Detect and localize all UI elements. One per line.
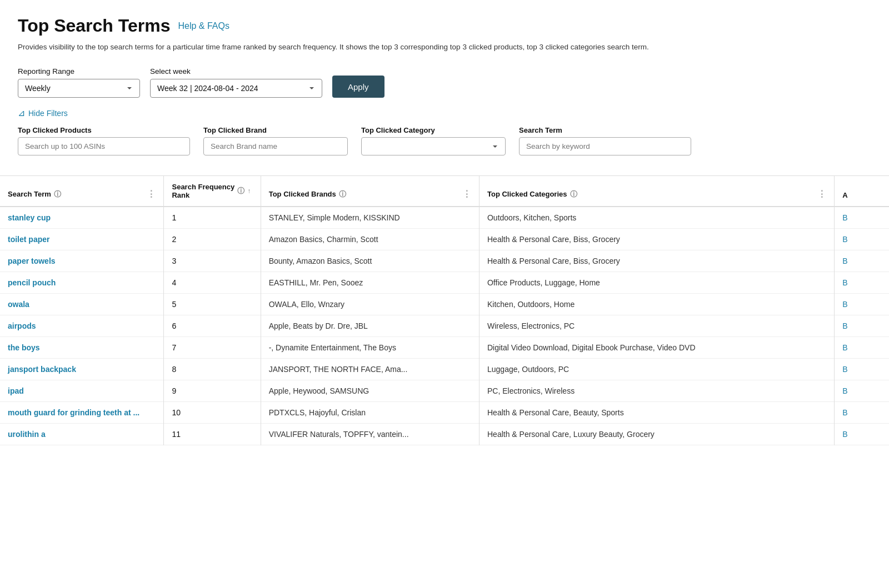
col-label-search-term: Search Term xyxy=(8,190,51,198)
filter-icon: ⊿ xyxy=(18,108,25,118)
table-row: jansport backpack 8 JANSPORT, THE NORTH … xyxy=(0,359,889,380)
select-week-group: Select week Week 32 | 2024-08-04 - 2024 xyxy=(150,67,322,98)
cell-brands: STANLEY, Simple Modern, KISSKIND xyxy=(261,207,479,229)
cell-categories: Kitchen, Outdoors, Home xyxy=(479,294,834,315)
table-row: ipad 9 Apple, Heywood, SAMSUNG PC, Elect… xyxy=(0,380,889,402)
cell-categories: Health & Personal Care, Luxury Beauty, G… xyxy=(479,424,834,445)
cell-brands: EASTHILL, Mr. Pen, Sooez xyxy=(261,272,479,294)
top-clicked-products-input[interactable] xyxy=(18,137,190,155)
cell-a: B xyxy=(835,424,889,445)
cell-search-term[interactable]: urolithin a xyxy=(0,424,164,445)
cell-brands: OWALA, Ello, Wnzary xyxy=(261,294,479,315)
cell-search-term[interactable]: pencil pouch xyxy=(0,272,164,294)
cell-rank: 9 xyxy=(164,380,261,402)
cell-search-term[interactable]: paper towels xyxy=(0,250,164,272)
table-header-row: Search Term ⓘ ⋮ Search FrequencyRank ⓘ ↑… xyxy=(0,176,889,207)
top-clicked-category-select[interactable] xyxy=(361,137,506,155)
cell-search-term[interactable]: airpods xyxy=(0,315,164,337)
top-clicked-category-group: Top Clicked Category xyxy=(361,126,506,155)
cell-categories: Digital Video Download, Digital Ebook Pu… xyxy=(479,337,834,359)
select-week-label: Select week xyxy=(150,67,322,76)
col-label-rank: Search FrequencyRank xyxy=(172,183,234,199)
cell-a: B xyxy=(835,315,889,337)
cell-categories: Health & Personal Care, Beauty, Sports xyxy=(479,402,834,424)
main-table: Search Term ⓘ ⋮ Search FrequencyRank ⓘ ↑… xyxy=(0,176,889,445)
cell-search-term[interactable]: owala xyxy=(0,294,164,315)
table-container: Search Term ⓘ ⋮ Search FrequencyRank ⓘ ↑… xyxy=(0,175,889,445)
cell-categories: Health & Personal Care, Biss, Grocery xyxy=(479,229,834,250)
cell-rank: 11 xyxy=(164,424,261,445)
search-term-group: Search Term xyxy=(519,126,691,155)
col-label-a: A xyxy=(842,191,847,199)
reporting-range-select[interactable]: Weekly Monthly xyxy=(18,79,140,98)
hide-filters-row[interactable]: ⊿ Hide Filters xyxy=(18,108,871,118)
cell-categories: Wireless, Electronics, PC xyxy=(479,315,834,337)
search-term-input[interactable] xyxy=(519,137,691,155)
page-title: Top Search Terms xyxy=(18,16,170,36)
cell-a: B xyxy=(835,294,889,315)
cell-search-term[interactable]: jansport backpack xyxy=(0,359,164,380)
cell-categories: Health & Personal Care, Biss, Grocery xyxy=(479,250,834,272)
top-clicked-brand-input[interactable] xyxy=(203,137,348,155)
col-header-categories: Top Clicked Categories ⓘ ⋮ xyxy=(479,176,834,207)
table-row: toilet paper 2 Amazon Basics, Charmin, S… xyxy=(0,229,889,250)
col-label-brands: Top Clicked Brands xyxy=(269,190,336,198)
categories-info-icon[interactable]: ⓘ xyxy=(570,189,577,199)
cell-categories: Luggage, Outdoors, PC xyxy=(479,359,834,380)
top-clicked-products-label: Top Clicked Products xyxy=(18,126,190,134)
table-row: paper towels 3 Bounty, Amazon Basics, Sc… xyxy=(0,250,889,272)
cell-a: B xyxy=(835,250,889,272)
cell-brands: Apple, Beats by Dr. Dre, JBL xyxy=(261,315,479,337)
table-row: pencil pouch 4 EASTHILL, Mr. Pen, Sooez … xyxy=(0,272,889,294)
reporting-range-group: Reporting Range Weekly Monthly xyxy=(18,67,140,98)
cell-a: B xyxy=(835,380,889,402)
categories-menu-icon[interactable]: ⋮ xyxy=(817,189,826,199)
table-row: mouth guard for grinding teeth at ... 10… xyxy=(0,402,889,424)
cell-a: B xyxy=(835,229,889,250)
table-row: urolithin a 11 VIVALIFER Naturals, TOPFF… xyxy=(0,424,889,445)
brands-info-icon[interactable]: ⓘ xyxy=(339,189,346,199)
top-clicked-brand-label: Top Clicked Brand xyxy=(203,126,348,134)
cell-categories: PC, Electronics, Wireless xyxy=(479,380,834,402)
search-term-label: Search Term xyxy=(519,126,691,134)
table-row: airpods 6 Apple, Beats by Dr. Dre, JBL W… xyxy=(0,315,889,337)
cell-search-term[interactable]: toilet paper xyxy=(0,229,164,250)
cell-search-term[interactable]: stanley cup xyxy=(0,207,164,229)
page-subtitle: Provides visibility to the top search te… xyxy=(18,42,762,53)
cell-rank: 2 xyxy=(164,229,261,250)
brands-menu-icon[interactable]: ⋮ xyxy=(462,189,471,199)
help-faqs-link[interactable]: Help & FAQs xyxy=(178,21,229,31)
cell-brands: Apple, Heywood, SAMSUNG xyxy=(261,380,479,402)
cell-rank: 4 xyxy=(164,272,261,294)
top-clicked-brand-group: Top Clicked Brand xyxy=(203,126,348,155)
cell-brands: VIVALIFER Naturals, TOPFFY, vantein... xyxy=(261,424,479,445)
apply-button[interactable]: Apply xyxy=(332,76,384,98)
cell-a: B xyxy=(835,337,889,359)
col-header-a: A xyxy=(835,176,889,207)
col-label-categories: Top Clicked Categories xyxy=(487,190,567,198)
search-term-info-icon[interactable]: ⓘ xyxy=(54,189,61,199)
cell-rank: 3 xyxy=(164,250,261,272)
cell-rank: 10 xyxy=(164,402,261,424)
select-week-select[interactable]: Week 32 | 2024-08-04 - 2024 xyxy=(150,79,322,98)
cell-search-term[interactable]: the boys xyxy=(0,337,164,359)
cell-categories: Outdoors, Kitchen, Sports xyxy=(479,207,834,229)
cell-search-term[interactable]: mouth guard for grinding teeth at ... xyxy=(0,402,164,424)
cell-rank: 8 xyxy=(164,359,261,380)
col-header-rank: Search FrequencyRank ⓘ ↑ xyxy=(164,176,261,207)
reporting-range-label: Reporting Range xyxy=(18,67,140,76)
top-clicked-category-label: Top Clicked Category xyxy=(361,126,506,134)
cell-a: B xyxy=(835,272,889,294)
cell-rank: 5 xyxy=(164,294,261,315)
cell-brands: -, Dynamite Entertainment, The Boys xyxy=(261,337,479,359)
cell-categories: Office Products, Luggage, Home xyxy=(479,272,834,294)
top-clicked-products-group: Top Clicked Products xyxy=(18,126,190,155)
cell-search-term[interactable]: ipad xyxy=(0,380,164,402)
rank-sort-icon[interactable]: ↑ xyxy=(247,187,251,195)
cell-brands: JANSPORT, THE NORTH FACE, Ama... xyxy=(261,359,479,380)
col-header-search-term: Search Term ⓘ ⋮ xyxy=(0,176,164,207)
search-term-menu-icon[interactable]: ⋮ xyxy=(147,189,156,199)
rank-info-icon[interactable]: ⓘ xyxy=(237,186,244,196)
cell-rank: 7 xyxy=(164,337,261,359)
cell-a: B xyxy=(835,207,889,229)
